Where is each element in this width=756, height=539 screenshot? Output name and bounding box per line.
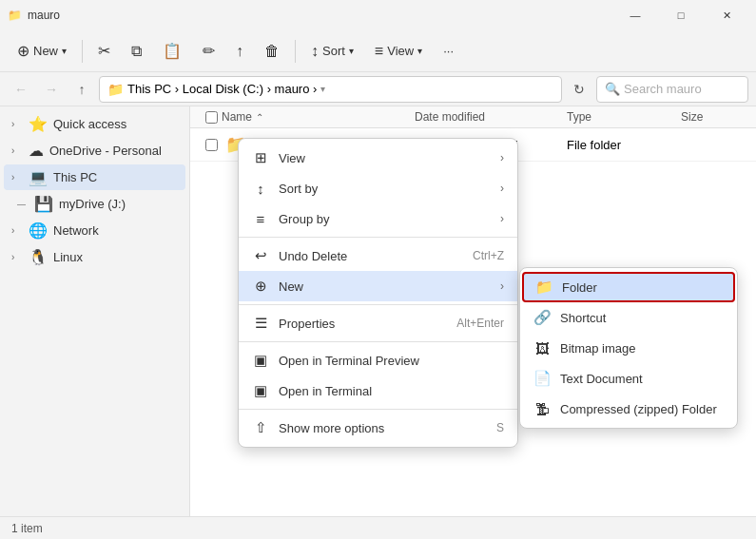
ctx-icon-properties: ☰ <box>252 315 269 332</box>
window-icon: 📁 <box>8 9 22 22</box>
more-label: ··· <box>443 44 454 58</box>
toolbar-sep-1 <box>82 40 83 63</box>
sidebar-label-this-pc: This PC <box>53 170 97 184</box>
status-text: 1 item <box>11 522 43 535</box>
sidebar-item-mydrive[interactable]: — 💾 myDrive (J:) <box>4 191 185 217</box>
ctx-divider-3 <box>239 341 517 342</box>
select-all-checkbox[interactable] <box>205 111 218 124</box>
cut-icon: ✂ <box>98 42 110 60</box>
ctx-label-undo: Undo Delete <box>279 249 463 263</box>
cut-button[interactable]: ✂ <box>88 37 120 65</box>
address-path[interactable]: 📁 This PC › Local Disk (C:) › mauro › ▾ <box>99 76 562 103</box>
copy-button[interactable]: ⧉ <box>122 38 151 65</box>
sub-label-folder: Folder <box>562 280 722 295</box>
ctx-item-view[interactable]: ⊞ View › <box>239 143 517 173</box>
new-button[interactable]: ⊕ New ▾ <box>8 37 76 65</box>
paste-button[interactable]: 📋 <box>153 37 191 65</box>
sub-item-compressed[interactable]: 🗜 Compressed (zipped) Folder <box>520 394 737 424</box>
sidebar-item-linux[interactable]: › 🐧 Linux <box>4 244 185 270</box>
delete-icon: 🗑 <box>264 43 280 60</box>
minimize-button[interactable]: — <box>613 0 657 30</box>
address-bar: ← → ↑ 📁 This PC › Local Disk (C:) › maur… <box>0 72 756 106</box>
path-folder-icon: 📁 <box>107 82 124 97</box>
ctx-label-terminal: Open in Terminal <box>279 384 504 398</box>
sub-label-shortcut: Shortcut <box>560 311 724 325</box>
view-button[interactable]: ≡ View ▾ <box>365 38 432 65</box>
forward-button[interactable]: → <box>38 76 65 103</box>
sidebar-item-quick-access[interactable]: › ⭐ Quick access <box>4 111 185 137</box>
sidebar-label-network: Network <box>53 223 99 238</box>
ctx-label-terminal-preview: Open in Terminal Preview <box>279 354 504 368</box>
sort-dropdown-icon: ▾ <box>349 46 354 56</box>
row-checkbox[interactable] <box>205 139 218 151</box>
ctx-item-groupby[interactable]: ≡ Group by › <box>239 203 517 234</box>
ctx-icon-undo: ↩ <box>252 247 269 264</box>
ctx-item-properties[interactable]: ☰ Properties Alt+Enter <box>239 308 517 338</box>
address-text: This PC › Local Disk (C:) › mauro › <box>127 82 317 96</box>
ctx-icon-terminal: ▣ <box>252 382 269 399</box>
ctx-label-sortby: Sort by <box>279 182 491 196</box>
maximize-button[interactable]: □ <box>659 0 703 30</box>
sidebar: › ⭐ Quick access › ☁ OneDrive - Personal… <box>0 106 190 516</box>
new-label: New <box>33 44 58 58</box>
ctx-item-sortby[interactable]: ↕ Sort by › <box>239 173 517 203</box>
sidebar-item-onedrive[interactable]: › ☁ OneDrive - Personal <box>4 138 185 164</box>
sidebar-icon-onedrive: ☁ <box>29 142 44 160</box>
ctx-item-terminal[interactable]: ▣ Open in Terminal <box>239 375 517 406</box>
sort-button[interactable]: ↕ Sort ▾ <box>301 38 363 65</box>
view-icon: ≡ <box>375 43 383 60</box>
sidebar-icon-mydrive: 💾 <box>34 195 53 213</box>
new-icon: ⊕ <box>17 42 29 60</box>
expand-icon-thispc: › <box>11 172 23 183</box>
share-icon: ↑ <box>236 43 243 60</box>
back-button[interactable]: ← <box>8 76 34 103</box>
share-button[interactable]: ↑ <box>226 38 253 65</box>
window-title: mauro <box>28 9 60 22</box>
sub-item-textdoc[interactable]: 📄 Text Document <box>520 363 737 394</box>
col-name-label: Name <box>222 110 252 124</box>
ctx-label-more-options: Show more options <box>279 421 487 435</box>
ctx-item-undo[interactable]: ↩ Undo Delete Ctrl+Z <box>239 241 517 271</box>
sidebar-item-this-pc[interactable]: › 💻 This PC <box>4 164 185 190</box>
ctx-item-new[interactable]: ⊕ New › 📁 Folder 🔗 Shortcut 🖼 Bitmap ima… <box>239 271 517 301</box>
expand-icon-linux: › <box>11 252 23 262</box>
sort-icon: ↕ <box>311 43 319 60</box>
ctx-divider-4 <box>239 409 517 410</box>
toolbar-sep-2 <box>295 40 296 63</box>
sub-item-folder[interactable]: 📁 Folder <box>522 272 735 302</box>
up-button[interactable]: ↑ <box>68 76 95 103</box>
more-button[interactable]: ··· <box>434 39 463 63</box>
sub-item-bitmap[interactable]: 🖼 Bitmap image <box>520 333 737 363</box>
ctx-icon-sortby: ↕ <box>252 180 269 197</box>
col-header-size: Size <box>681 110 741 124</box>
sidebar-label-mydrive: myDrive (J:) <box>59 197 126 211</box>
ctx-icon-groupby: ≡ <box>252 210 269 227</box>
sidebar-icon-network: 🌐 <box>29 221 48 240</box>
title-bar-controls: — □ ✕ <box>613 0 748 30</box>
ctx-item-more-options[interactable]: ⇧ Show more options S <box>239 413 517 443</box>
ctx-arrow-new: › <box>500 279 504 293</box>
sort-label: Sort <box>322 44 345 58</box>
refresh-button[interactable]: ↻ <box>566 76 592 103</box>
sidebar-label-quick-access: Quick access <box>53 117 126 131</box>
view-dropdown-icon: ▾ <box>417 46 422 56</box>
search-placeholder: Search mauro <box>624 82 702 96</box>
sub-item-shortcut[interactable]: 🔗 Shortcut <box>520 302 737 333</box>
sidebar-item-network[interactable]: › 🌐 Network <box>4 218 185 243</box>
ctx-divider-1 <box>239 237 517 238</box>
delete-button[interactable]: 🗑 <box>255 38 289 65</box>
ctx-icon-new: ⊕ <box>252 278 269 295</box>
rename-icon: ✏ <box>203 42 215 60</box>
search-box[interactable]: 🔍 Search mauro <box>596 76 748 103</box>
close-button[interactable]: ✕ <box>705 0 748 30</box>
rename-button[interactable]: ✏ <box>193 37 224 65</box>
ctx-icon-more-options: ⇧ <box>252 419 269 436</box>
sub-label-compressed: Compressed (zipped) Folder <box>560 402 724 416</box>
status-bar: 1 item <box>0 516 756 539</box>
ctx-divider-2 <box>239 304 517 305</box>
sort-indicator: ⌃ <box>256 112 263 123</box>
ctx-label-groupby: Group by <box>279 212 491 226</box>
sub-icon-textdoc: 📄 <box>533 370 551 387</box>
col-header-type: Type <box>567 110 681 124</box>
ctx-item-terminal-preview[interactable]: ▣ Open in Terminal Preview <box>239 345 517 375</box>
